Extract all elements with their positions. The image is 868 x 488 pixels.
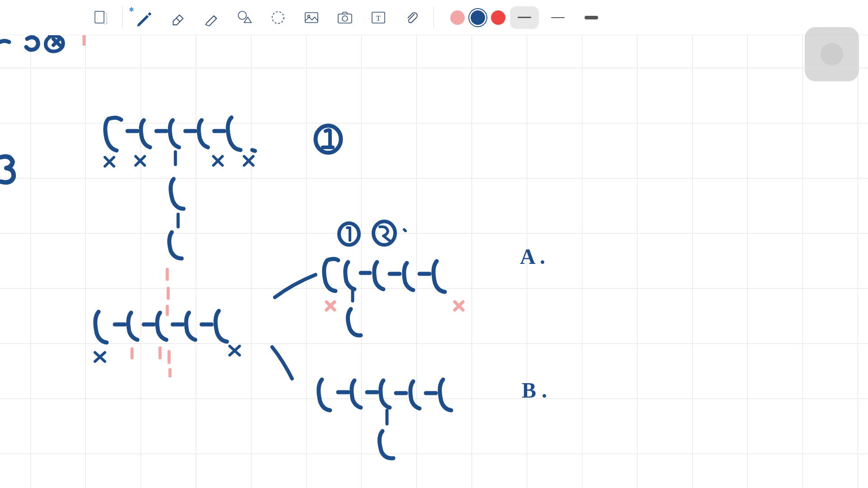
- camera-tool[interactable]: [330, 3, 359, 32]
- svg-point-4: [272, 12, 284, 23]
- svg-point-8: [342, 16, 348, 21]
- eraser-tool[interactable]: [163, 3, 192, 32]
- bluetooth-icon: ✱: [129, 6, 134, 13]
- color-blue-selected[interactable]: [469, 9, 486, 26]
- toolbar-divider: [122, 6, 123, 29]
- svg-point-11: [316, 126, 341, 153]
- svg-line-1: [176, 18, 180, 22]
- svg-point-3: [238, 11, 246, 19]
- handwriting-layer: [0, 35, 868, 488]
- svg-rect-5: [305, 13, 318, 23]
- svg-point-12: [339, 223, 359, 245]
- svg-text:T: T: [376, 14, 381, 22]
- attachment-tool[interactable]: [397, 3, 426, 32]
- image-tool[interactable]: [297, 3, 326, 32]
- lasso-tool[interactable]: [264, 3, 292, 32]
- page-view-tool[interactable]: [86, 3, 115, 32]
- toolbar: ✱: [0, 0, 868, 35]
- toolbar-divider: [434, 6, 434, 29]
- stroke-medium[interactable]: [510, 6, 539, 29]
- svg-point-13: [373, 221, 395, 245]
- drawing-canvas[interactable]: A . B .: [0, 35, 868, 488]
- stroke-thin[interactable]: [543, 6, 572, 29]
- svg-rect-7: [338, 14, 352, 23]
- stroke-thick[interactable]: [577, 6, 606, 29]
- highlighter-tool[interactable]: [197, 3, 226, 32]
- svg-line-2: [214, 16, 217, 19]
- color-red[interactable]: [491, 10, 505, 25]
- color-pink[interactable]: [450, 10, 465, 25]
- svg-rect-0: [95, 11, 104, 23]
- shapes-tool[interactable]: [230, 3, 259, 32]
- label-B: B .: [522, 378, 547, 403]
- text-tool[interactable]: T: [364, 3, 393, 32]
- label-A: A .: [520, 244, 545, 269]
